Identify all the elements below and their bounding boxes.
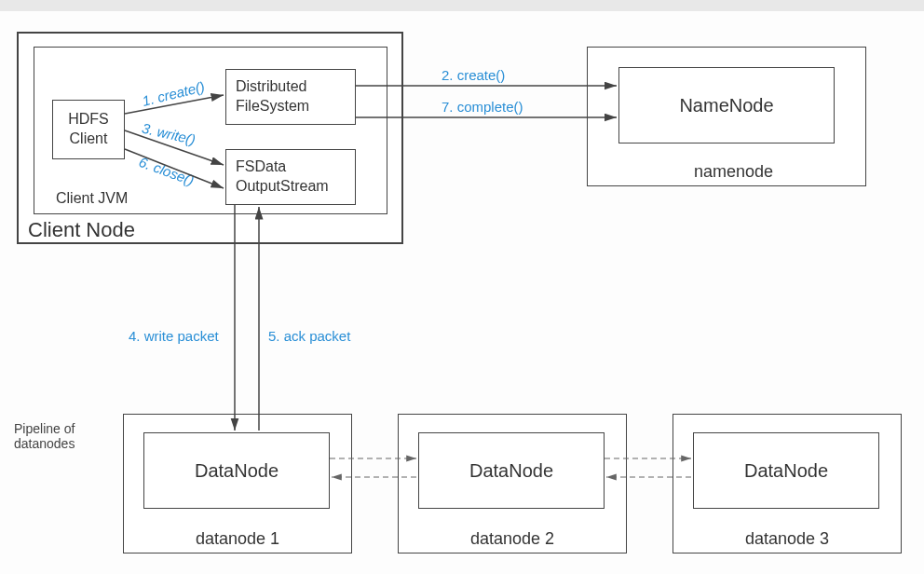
top-bar — [0, 0, 924, 11]
datanode3-outer-label: datanode 3 — [745, 529, 829, 549]
datanode1-inner-box: DataNode — [143, 432, 330, 509]
pipeline-label: Pipeline of datanodes — [14, 421, 98, 451]
fsdata-out-box: FSData OutputStream — [225, 149, 356, 205]
datanode3-inner-label: DataNode — [744, 460, 828, 482]
datanode1-inner-label: DataNode — [195, 460, 279, 482]
fsdata-out-line2: OutputStream — [236, 178, 329, 194]
hdfs-client-line2: Client — [70, 130, 108, 146]
client-jvm-label: Client JVM — [56, 190, 128, 207]
datanode2-inner-label: DataNode — [469, 460, 553, 482]
edge-label-2: 2. create() — [442, 67, 505, 83]
namenode-inner-label: NameNode — [679, 95, 773, 116]
distributed-fs-box: Distributed FileSystem — [225, 69, 356, 125]
distributed-fs-line2: FileSystem — [236, 98, 309, 114]
datanode2-outer-label: datanode 2 — [470, 529, 554, 549]
datanode1-outer-label: datanode 1 — [196, 529, 279, 549]
edge-label-7: 7. complete() — [442, 99, 523, 115]
hdfs-client-box: HDFS Client — [52, 100, 125, 159]
distributed-fs-line1: Distributed — [236, 78, 306, 94]
hdfs-write-diagram: Client Node Client JVM HDFS Client Distr… — [0, 11, 924, 574]
distributed-fs-text: Distributed FileSystem — [226, 77, 355, 116]
hdfs-client-line1: HDFS — [68, 111, 109, 127]
datanode2-inner-box: DataNode — [418, 432, 605, 509]
fsdata-out-line1: FSData — [236, 158, 286, 174]
namenode-inner-box: NameNode — [618, 67, 835, 144]
datanode3-inner-box: DataNode — [693, 432, 879, 509]
hdfs-client-text: HDFS Client — [68, 110, 109, 149]
namenode-outer-label: namenode — [694, 162, 773, 182]
fsdata-out-text: FSData OutputStream — [226, 157, 355, 197]
edge-label-5: 5. ack packet — [268, 328, 350, 344]
edge-label-4: 4. write packet — [129, 328, 219, 344]
client-node-label: Client Node — [28, 218, 135, 242]
